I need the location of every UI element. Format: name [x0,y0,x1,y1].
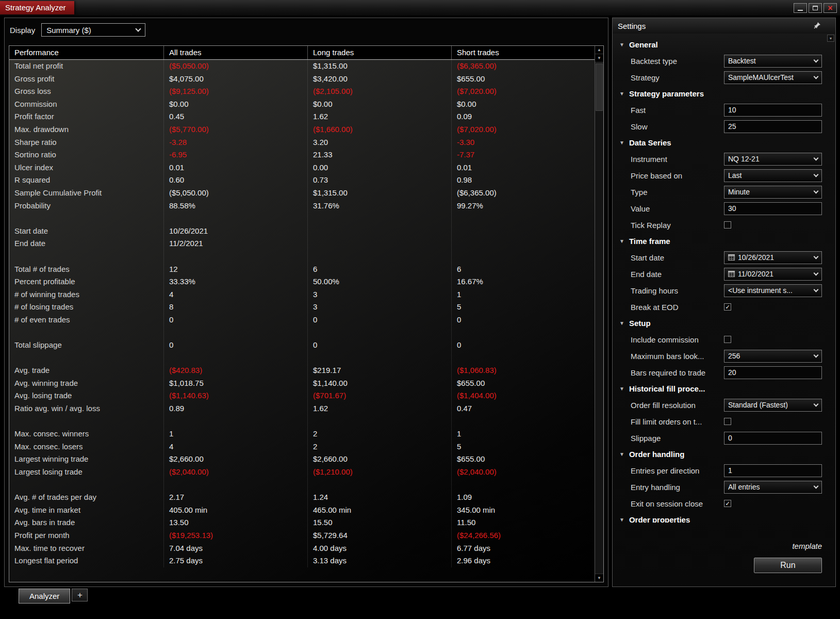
dropdown[interactable]: Backtest [724,55,822,68]
close-button[interactable]: × [823,3,837,13]
collapse-triangle-icon[interactable]: ▼ [619,140,624,145]
text-input[interactable]: 10 [724,104,822,117]
dropdown[interactable]: 256 [724,350,822,363]
dropdown[interactable]: Minute [724,186,822,199]
settings-section-header[interactable]: ▼Data Series [613,135,835,151]
settings-section-header[interactable]: ▼Strategy parameters [613,86,835,102]
table-row[interactable]: Profit factor0.451.620.09 [9,110,595,123]
checkbox[interactable]: ✓ [724,500,731,507]
table-row[interactable]: Start date10/26/2021 [9,225,595,238]
table-row[interactable]: Ulcer index0.010.000.01 [9,161,595,174]
table-row[interactable]: Profit per month($19,253.13)$5,729.64($2… [9,529,595,542]
table-row[interactable]: Total net profit($5,050.00)$1,315.00($6,… [9,60,595,73]
date-picker[interactable]: 10/26/2021 [724,251,822,264]
table-row[interactable]: End date11/2/2021 [9,237,595,250]
dropdown[interactable]: NQ 12-21 [724,153,822,166]
add-tab-button[interactable]: + [72,589,88,601]
column-header-performance[interactable]: Performance [9,46,164,59]
table-row[interactable]: Max. time to recover7.04 days4.00 days6.… [9,542,595,555]
text-input[interactable]: 1 [724,464,822,477]
column-header-long-trades[interactable]: Long trades [308,46,452,59]
table-row[interactable]: Avg. trade($420.83)$219.17($1,060.83) [9,364,595,377]
column-header-all-trades[interactable]: All trades [164,46,308,59]
dropdown[interactable]: Last [724,169,822,182]
checkbox[interactable] [724,336,731,343]
collapse-triangle-icon[interactable]: ▼ [619,320,624,326]
table-row[interactable]: Sample Cumulative Profit($5,050.00)$1,31… [9,187,595,200]
dropdown[interactable]: SampleMAUlcerTest [724,71,822,84]
table-row[interactable]: # of winning trades431 [9,288,595,301]
row-value: 0 [164,314,308,327]
vertical-scrollbar[interactable]: ▲ ▼ ▼ [595,46,603,582]
scroll-up-icon[interactable]: ▲ [595,46,603,54]
table-row[interactable] [9,212,595,225]
scrollbar-thumb[interactable] [596,63,603,111]
column-header-short-trades[interactable]: Short trades [452,46,603,59]
collapse-triangle-icon[interactable]: ▼ [619,238,624,244]
text-input[interactable]: 20 [724,366,822,379]
settings-section-header[interactable]: ▼Setup [613,315,835,331]
text-input[interactable]: 0 [724,432,822,445]
table-row[interactable] [9,326,595,339]
collapse-triangle-icon[interactable]: ▼ [619,517,624,523]
text-input[interactable]: 25 [724,120,822,133]
scroll-down-bottom-icon[interactable]: ▼ [595,574,603,582]
table-row[interactable]: Max. drawdown($5,770.00)($1,660.00)($7,0… [9,123,595,136]
run-button[interactable]: Run [754,558,822,573]
table-row[interactable]: Gross profit$4,075.00$3,420.00$655.00 [9,73,595,86]
table-row[interactable]: Largest losing trade($2,040.00)($1,210.0… [9,466,595,479]
table-row[interactable]: Max. consec. winners121 [9,428,595,441]
dropdown[interactable]: <Use instrument s... [724,284,822,297]
table-row[interactable]: Ratio avg. win / avg. loss0.891.620.47 [9,402,595,415]
collapse-triangle-icon[interactable]: ▼ [619,386,624,392]
table-row[interactable]: Avg. bars in trade13.5015.5011.50 [9,516,595,529]
checkbox[interactable] [724,221,731,229]
table-row[interactable]: R squared0.600.730.98 [9,174,595,187]
table-row[interactable]: Avg. time in market405.00 min465.00 min3… [9,504,595,517]
settings-scroll-down-icon[interactable]: ▼ [827,35,834,42]
table-row[interactable]: Sortino ratio-6.9521.33-7.37 [9,149,595,161]
date-picker[interactable]: 11/02/2021 [724,268,822,281]
template-link[interactable]: template [792,542,822,550]
row-value: 0 [164,339,308,352]
table-row[interactable]: Percent profitable33.33%50.00%16.67% [9,275,595,288]
settings-section-header[interactable]: ▼General [613,37,835,53]
table-row[interactable] [9,415,595,428]
collapse-triangle-icon[interactable]: ▼ [619,91,624,96]
settings-section-header[interactable]: ▼Order properties [613,512,835,523]
setting-value: 0 [728,434,818,442]
checkbox[interactable] [724,418,731,425]
collapse-triangle-icon[interactable]: ▼ [619,42,624,47]
table-row[interactable]: Max. consec. losers425 [9,441,595,453]
table-row[interactable]: Gross loss($9,125.00)($2,105.00)($7,020.… [9,85,595,98]
pin-icon[interactable] [813,22,821,31]
table-row[interactable]: Commission$0.00$0.00$0.00 [9,98,595,111]
table-row[interactable] [9,250,595,263]
table-row[interactable]: Total slippage000 [9,339,595,352]
table-row[interactable] [9,352,595,365]
minimize-button[interactable] [794,3,807,13]
settings-section-header[interactable]: ▼Time frame [613,233,835,249]
text-input[interactable]: 30 [724,202,822,215]
settings-section-header[interactable]: ▼Order handling [613,446,835,462]
table-row[interactable]: # of even trades000 [9,314,595,327]
checkbox[interactable]: ✓ [724,303,731,311]
table-row[interactable]: Avg. # of trades per day2.171.241.09 [9,491,595,504]
scroll-down-icon[interactable]: ▼ [595,54,603,62]
dropdown[interactable]: All entries [724,481,822,494]
table-row[interactable]: Avg. winning trade$1,018.75$1,140.00$655… [9,377,595,390]
collapse-triangle-icon[interactable]: ▼ [619,451,624,457]
table-row[interactable]: Largest winning trade$2,660.00$2,660.00$… [9,453,595,466]
table-row[interactable]: Sharpe ratio-3.283.20-3.30 [9,136,595,149]
table-row[interactable]: # of losing trades835 [9,301,595,314]
tab-analyzer[interactable]: Analyzer [19,589,70,604]
table-row[interactable] [9,479,595,492]
table-row[interactable]: Avg. losing trade($1,140.63)($701.67)($1… [9,389,595,402]
dropdown[interactable]: Standard (Fastest) [724,399,822,412]
table-row[interactable]: Longest flat period2.75 days3.13 days2.9… [9,555,595,567]
table-row[interactable]: Total # of trades1266 [9,263,595,276]
display-dropdown[interactable]: Summary ($) [41,23,145,37]
maximize-button[interactable] [809,3,822,13]
table-row[interactable]: Probability88.58%31.76%99.27% [9,200,595,213]
settings-section-header[interactable]: ▼Historical fill proce... [613,381,835,397]
